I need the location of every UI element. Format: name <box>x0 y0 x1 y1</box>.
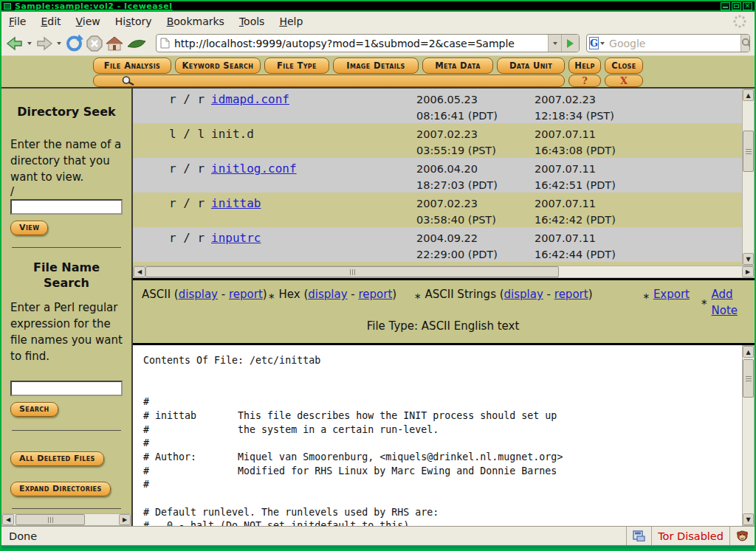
all-deleted-files-button[interactable]: All Deleted Files <box>10 451 104 466</box>
url-dropdown-caret-icon <box>553 42 557 45</box>
file-list-scroll-rail[interactable] <box>743 101 754 253</box>
scroll-right-icon[interactable]: ▶ <box>119 514 131 525</box>
tab-help[interactable]: Help <box>568 58 601 74</box>
maximize-button[interactable] <box>732 2 741 10</box>
menu-bookmarks[interactable]: Bookmarks <box>167 15 224 27</box>
content-scroll-thumb[interactable] <box>743 359 754 398</box>
reload-button[interactable] <box>65 33 83 54</box>
monkey-icon <box>736 530 749 542</box>
search-button[interactable]: Search <box>10 402 58 417</box>
file-name-search-input[interactable] <box>10 381 123 396</box>
viewer-group: *Add Note <box>701 286 744 319</box>
main-area: Directory Seek Enter the name of a direc… <box>1 89 755 526</box>
forward-button[interactable] <box>35 33 53 54</box>
view-button[interactable]: View <box>10 221 48 235</box>
forward-dropdown-icon[interactable] <box>57 42 61 45</box>
sidebar-scroll-thumb[interactable] <box>16 514 85 525</box>
file-name-link[interactable]: inputrc <box>211 231 261 245</box>
search-engine-dropdown[interactable] <box>599 35 606 52</box>
magnifier-icon <box>119 76 141 86</box>
directory-seek-input[interactable] <box>10 199 123 215</box>
scroll-up-icon[interactable]: ▲ <box>743 89 754 101</box>
file-type-cell: l / l <box>162 127 211 141</box>
file-list-hscroll-thumb[interactable] <box>145 266 559 277</box>
file-name-link[interactable]: initlog.conf <box>211 162 297 176</box>
display-link[interactable]: display <box>179 288 218 301</box>
home-button[interactable] <box>106 33 123 54</box>
file-list-pane: r / ridmapd.conf2006.05.2308:16:41 (PDT)… <box>133 89 755 278</box>
iceweasel-leaf-icon[interactable] <box>126 33 148 54</box>
search-input[interactable] <box>606 35 740 52</box>
tab-file-analysis[interactable]: File Analysis <box>93 58 171 74</box>
tor-status-button[interactable]: Tor Disabled <box>651 527 729 545</box>
stop-button[interactable] <box>86 33 103 54</box>
menu-edit[interactable]: Edit <box>41 15 61 27</box>
back-button[interactable] <box>6 33 24 54</box>
tab-data-unit[interactable]: Data Unit <box>497 58 565 74</box>
report-link[interactable]: report <box>358 288 392 301</box>
foxyproxy-status-button[interactable] <box>729 527 755 545</box>
close-window-button[interactable] <box>743 2 752 10</box>
file-list-hscroll-rail[interactable] <box>145 266 742 277</box>
file-name-link[interactable]: idmapd.conf <box>211 92 289 106</box>
report-link[interactable]: report <box>229 288 263 301</box>
sidebar-scroll-rail[interactable] <box>14 514 119 525</box>
url-bar <box>156 34 580 52</box>
written-date-cell: 2006.04.2018:27:03 (PDT) <box>416 162 535 193</box>
sidebar-horizontal-scrollbar[interactable]: ◀ ▶ <box>1 513 131 526</box>
file-list-scroll-thumb[interactable] <box>743 131 754 172</box>
back-dropdown-icon[interactable] <box>27 42 32 45</box>
root-path-label: / <box>10 185 123 198</box>
file-name-link[interactable]: inittab <box>211 196 261 210</box>
separator-star: * <box>701 297 707 313</box>
status-bar: Done Tor Disabled <box>1 526 755 545</box>
file-type-cell: r / r <box>162 162 211 176</box>
scroll-up-icon[interactable]: ▲ <box>743 346 754 358</box>
close-strip[interactable]: X <box>605 74 643 87</box>
menu-tools[interactable]: Tools <box>239 15 265 27</box>
scroll-right-icon[interactable]: ▶ <box>742 266 754 277</box>
tab-image-details[interactable]: Image Details <box>333 58 419 74</box>
tab-meta-data[interactable]: Meta Data <box>422 58 493 74</box>
file-list-horizontal-scrollbar[interactable]: ◀ ▶ <box>133 266 755 278</box>
scroll-down-icon[interactable]: ▼ <box>743 513 754 525</box>
viewer-group: *Hex (display - report) <box>269 286 415 307</box>
menu-help[interactable]: Help <box>279 15 303 27</box>
file-type-cell: r / r <box>162 196 211 210</box>
tab-keyword-search[interactable]: Keyword Search <box>175 58 261 74</box>
display-link[interactable]: display <box>308 288 347 301</box>
accessed-date-cell: 2007.07.1116:42:51 (PDT) <box>535 162 653 193</box>
content-vertical-scrollbar[interactable]: ▲ ▼ <box>742 345 755 526</box>
viewer-group: *Export <box>643 286 690 307</box>
menu-bar: FileEditViewHistoryBookmarksToolsHelp <box>1 12 755 31</box>
url-input[interactable] <box>173 35 548 52</box>
separator-star: * <box>643 291 649 307</box>
menu-history[interactable]: History <box>115 15 152 27</box>
export-link[interactable]: Export <box>653 288 690 301</box>
report-link[interactable]: report <box>554 288 588 301</box>
viewer-group: ASCII (display - report) <box>142 286 269 302</box>
viewer-group-text: Add Note <box>712 286 745 319</box>
content-scroll-rail[interactable] <box>743 358 754 513</box>
file-name-cell: init.d <box>211 127 416 141</box>
go-button[interactable] <box>561 35 579 52</box>
menu-view[interactable]: View <box>76 15 100 27</box>
scrapbook-status-button[interactable] <box>626 527 651 545</box>
menu-file[interactable]: File <box>9 15 26 27</box>
sidebar: Directory Seek Enter the name of a direc… <box>1 89 133 526</box>
search-submit-button[interactable] <box>740 35 750 52</box>
help-strip[interactable]: ? <box>568 74 601 87</box>
file-list-vertical-scrollbar[interactable]: ▲ ▼ <box>742 89 755 266</box>
display-link[interactable]: display <box>504 288 543 301</box>
minimize-button[interactable] <box>721 2 730 10</box>
scroll-left-icon[interactable]: ◀ <box>2 514 14 525</box>
tab-file-type[interactable]: File Type <box>264 58 329 74</box>
scroll-down-icon[interactable]: ▼ <box>743 253 754 265</box>
add-note-link[interactable]: Add Note <box>712 288 738 317</box>
tab-close[interactable]: Close <box>605 58 643 74</box>
search-engine-icon[interactable]: G <box>589 37 599 49</box>
url-history-dropdown[interactable] <box>548 35 561 52</box>
viewer-group-text: ASCII (display - report) <box>142 286 267 302</box>
expand-directories-button[interactable]: Expand Directories <box>10 482 111 496</box>
scroll-left-icon[interactable]: ◀ <box>134 266 145 277</box>
